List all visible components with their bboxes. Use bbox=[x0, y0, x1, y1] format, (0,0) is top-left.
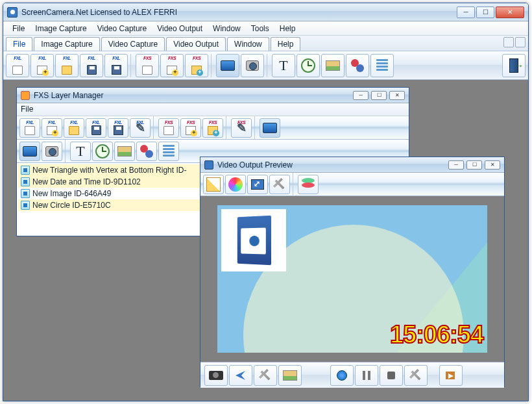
lm-menu-file[interactable]: File bbox=[21, 105, 33, 114]
lm-fxs-new[interactable] bbox=[158, 118, 179, 138]
menu-image-capture[interactable]: Image Capture bbox=[30, 23, 91, 34]
maximize-button[interactable]: ☐ bbox=[476, 6, 494, 18]
lm-minimize-button[interactable]: ─ bbox=[353, 91, 369, 100]
lm-fxl-save[interactable] bbox=[86, 118, 106, 138]
stack-layer-button[interactable] bbox=[370, 54, 394, 77]
pv-minimize-button[interactable]: ─ bbox=[448, 160, 464, 170]
layer-manager-titlebar[interactable]: FXS Layer Manager ─ ☐ ✕ bbox=[17, 88, 409, 103]
pv-fullscreen-button[interactable] bbox=[247, 175, 268, 194]
screen-capture-button[interactable] bbox=[216, 54, 239, 77]
fxl-new-button[interactable] bbox=[6, 54, 29, 77]
preview-titlebar[interactable]: Video Output Preview ─ ☐ ✕ bbox=[200, 157, 504, 173]
lm-clock[interactable] bbox=[92, 142, 113, 161]
lm-screen[interactable] bbox=[19, 142, 40, 161]
snapshot-image-button[interactable] bbox=[278, 365, 302, 386]
layer-label: New Date and Time ID-9D1102 bbox=[32, 177, 141, 186]
fxl-save-button[interactable] bbox=[80, 54, 103, 77]
lm-fxl-new-plus[interactable] bbox=[42, 118, 62, 138]
exit-button[interactable] bbox=[502, 54, 526, 77]
record-tools-button[interactable] bbox=[404, 365, 428, 386]
layer-checkbox-icon[interactable] bbox=[21, 166, 30, 175]
menu-tools[interactable]: Tools bbox=[246, 23, 274, 34]
menu-help[interactable]: Help bbox=[274, 23, 301, 34]
pv-color-button[interactable] bbox=[225, 175, 246, 194]
main-window: ScreenCamera.Net Licensed to ALEX FERRI … bbox=[3, 3, 529, 401]
text-layer-button[interactable]: T bbox=[272, 54, 295, 77]
lm-fxs-new-plus[interactable] bbox=[180, 118, 201, 138]
image-layer-button[interactable] bbox=[321, 54, 345, 77]
layer-manager-title: FXS Layer Manager bbox=[34, 91, 353, 100]
record-button[interactable] bbox=[330, 365, 354, 386]
lm-fxs-open[interactable] bbox=[202, 118, 223, 138]
lm-stack[interactable] bbox=[158, 142, 179, 161]
lm-cam[interactable] bbox=[42, 142, 62, 161]
time-overlay: 15:06:54 bbox=[390, 321, 483, 349]
fxl-open-button[interactable] bbox=[55, 54, 79, 77]
fxl-new-plus-button[interactable] bbox=[30, 54, 54, 77]
layer-checkbox-icon[interactable] bbox=[21, 201, 30, 210]
tab-video-output[interactable]: Video Output bbox=[166, 37, 226, 51]
fxs-open-button[interactable] bbox=[185, 54, 208, 77]
lm-shape[interactable] bbox=[136, 142, 157, 161]
lm-maximize-button[interactable]: ☐ bbox=[371, 91, 387, 100]
pv-database-button[interactable] bbox=[298, 175, 319, 194]
fxs-new-plus-button[interactable] bbox=[160, 54, 184, 77]
lm-text[interactable]: T bbox=[70, 142, 91, 161]
stop-button[interactable] bbox=[380, 365, 403, 386]
webcam-button[interactable] bbox=[241, 54, 264, 77]
preview-toolbar bbox=[200, 173, 504, 196]
fxl-saveas-button[interactable] bbox=[104, 54, 128, 77]
lm-toolbar-1 bbox=[17, 116, 409, 140]
preview-window[interactable]: Video Output Preview ─ ☐ ✕ bbox=[200, 157, 505, 387]
preview-canvas[interactable]: 15:06:54 bbox=[217, 205, 487, 353]
snapshot-button[interactable] bbox=[204, 365, 228, 386]
toolbar-pin-icon[interactable] bbox=[515, 37, 526, 47]
close-button[interactable]: ✕ bbox=[496, 6, 524, 18]
pv-tools-button[interactable] bbox=[269, 175, 290, 194]
fxs-new-button[interactable] bbox=[136, 54, 159, 77]
pv-close-button[interactable]: ✕ bbox=[485, 160, 500, 170]
main-toolbar: T bbox=[3, 51, 528, 80]
menu-window[interactable]: Window bbox=[208, 23, 246, 34]
layer-label: New Image ID-646A49 bbox=[32, 189, 111, 198]
lm-close-button[interactable]: ✕ bbox=[389, 91, 405, 100]
layer-checkbox-icon[interactable] bbox=[21, 189, 30, 198]
output-button[interactable] bbox=[439, 365, 463, 386]
tab-image-capture[interactable]: Image Capture bbox=[34, 37, 99, 51]
pv-ruler-button[interactable] bbox=[203, 175, 224, 194]
minimize-button[interactable]: ─ bbox=[457, 6, 475, 18]
layer-manager-menubar: File bbox=[17, 103, 409, 116]
lm-fxs-edit[interactable] bbox=[231, 118, 252, 138]
lm-fxl-edit[interactable] bbox=[130, 118, 151, 138]
preview-area: 15:06:54 bbox=[200, 196, 504, 362]
lm-image[interactable] bbox=[114, 142, 135, 161]
svg-marker-0 bbox=[236, 371, 245, 380]
preview-bottom-bar bbox=[200, 362, 504, 388]
layer-manager-icon bbox=[21, 91, 30, 100]
menu-file[interactable]: File bbox=[7, 23, 30, 34]
pause-button[interactable] bbox=[355, 365, 378, 386]
main-menubar: File Image Capture Video Capture Video O… bbox=[3, 21, 528, 36]
lm-monitor[interactable] bbox=[260, 118, 280, 138]
preview-icon bbox=[204, 160, 213, 170]
product-image bbox=[221, 209, 286, 271]
tab-video-capture[interactable]: Video Capture bbox=[101, 37, 165, 51]
tab-help[interactable]: Help bbox=[271, 37, 301, 51]
workspace: FXS Layer Manager ─ ☐ ✕ File bbox=[3, 80, 528, 401]
snapshot-tools-button[interactable] bbox=[254, 365, 277, 386]
preview-title: Video Output Preview bbox=[217, 160, 448, 170]
menu-video-output[interactable]: Video Output bbox=[152, 23, 208, 34]
menu-video-capture[interactable]: Video Capture bbox=[92, 23, 152, 34]
datetime-layer-button[interactable] bbox=[296, 54, 320, 77]
toolbar-config-icon[interactable] bbox=[503, 37, 514, 47]
pv-maximize-button[interactable]: ☐ bbox=[466, 160, 482, 170]
tab-window[interactable]: Window bbox=[227, 37, 269, 51]
lm-fxl-new[interactable] bbox=[19, 118, 40, 138]
shape-layer-button[interactable] bbox=[346, 54, 369, 77]
lm-fxl-saveas[interactable] bbox=[108, 118, 128, 138]
send-button[interactable] bbox=[229, 365, 252, 386]
layer-checkbox-icon[interactable] bbox=[21, 177, 30, 186]
main-titlebar[interactable]: ScreenCamera.Net Licensed to ALEX FERRI … bbox=[3, 3, 528, 21]
lm-fxl-open[interactable] bbox=[64, 118, 84, 138]
tab-file[interactable]: File bbox=[6, 37, 32, 51]
